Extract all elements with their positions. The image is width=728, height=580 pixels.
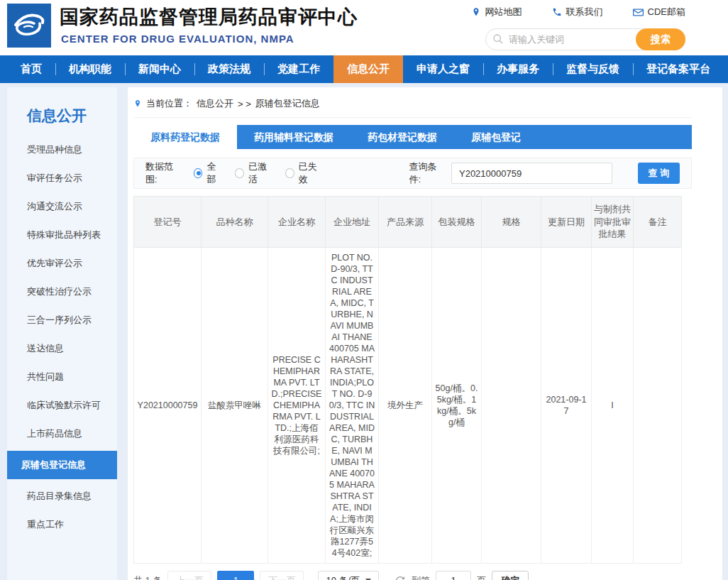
main-nav: 首页 机构职能 新闻中心 政策法规 党建工作 信息公开 申请人之窗 办事服务 监… [0,55,728,83]
radio-activated-dot [235,168,244,178]
confirm-button[interactable]: 确定 [492,571,529,580]
results-table: 登记号 品种名称 企业名称 企业地址 产品来源 包装规格 规格 更新日期 与制剂… [133,196,682,564]
col-company-address: 企业地址 [326,197,379,248]
mailbox-label: CDE邮箱 [648,6,685,18]
sidebar-item-clinical-trial-license[interactable]: 临床试验默示许可 [7,391,117,420]
site-title: 国家药品监督管理局药品审评中心 [60,4,358,30]
query-input[interactable] [451,163,612,184]
nav-item-functions[interactable]: 机构职能 [55,55,125,83]
nav-item-supervision[interactable]: 监督与反馈 [553,55,633,83]
tab-packaging-registration[interactable]: 药包材登记数据 [351,125,454,149]
cell-product-source: 境外生产 [379,247,432,563]
breadcrumb-separator: > > [238,99,251,109]
main-content: 当前位置：信息公开 > > 原辅包登记信息 原料药登记数据 药用辅料登记数据 药… [128,87,722,580]
tab-excipient-registration[interactable]: 药用辅料登记数据 [237,125,351,149]
site-header: 国家药品监督管理局药品审评中心 CENTER FOR DRUG EVALUATI… [0,0,728,55]
sidebar-item-raw-material-registration[interactable]: 原辅包登记信息 [7,451,117,479]
cell-company-name: PRECISE CHEMIPHARMA PVT. LTD.;PRECISE CH… [268,247,326,563]
tab-api-registration[interactable]: 原料药登记数据 [133,125,237,149]
jump-prefix-label: 到第 [412,574,430,580]
sidebar-item-key-work[interactable]: 重点工作 [7,510,117,539]
cde-logo-icon [7,4,51,48]
sidebar-item-special-approval[interactable]: 特殊审批品种列表 [7,221,117,249]
nav-item-home[interactable]: 首页 [7,55,55,83]
nav-item-services[interactable]: 办事服务 [483,55,553,83]
col-registration-no: 登记号 [134,197,202,248]
prev-page-button[interactable]: 上一页 [167,571,211,580]
mailbox-link[interactable]: CDE邮箱 [633,6,685,18]
filter-bar: 数据范围: 全部 已激活 已失效 查询条件: 查 询 [133,158,692,189]
col-packaging-spec: 包装规格 [432,197,482,248]
sidebar-item-marketed-drugs[interactable]: 上市药品信息 [7,420,117,448]
location-pin-icon [471,7,481,17]
page-size-value: 10 条/页 [326,574,360,580]
sidebar-item-delivery-info[interactable]: 送达信息 [7,334,117,363]
jump-page-input[interactable] [436,571,471,580]
tab-raw-material-registration[interactable]: 原辅包登记 [454,125,538,149]
nav-item-registration-platform[interactable]: 登记备案平台 [633,55,724,83]
radio-all-label: 全部 [206,160,224,186]
nav-item-info-disclosure[interactable]: 信息公开 [333,55,403,83]
cell-variety-name: 盐酸萘甲唑啉 [202,247,268,563]
radio-activated[interactable]: 已激活 [235,160,274,186]
header-search-button[interactable]: 搜索 [636,28,685,50]
cell-joint-review-result: I [592,247,634,563]
pagination: 共 1 条 上一页 1 下一页 10 条/页 到第 页 确定 [133,571,692,580]
refresh-button[interactable] [395,575,406,580]
sidebar: 信息公开 受理品种信息 审评任务公示 沟通交流公示 特殊审批品种列表 优先审评公… [7,87,117,580]
page-1-button[interactable]: 1 [217,571,254,580]
nav-item-policy[interactable]: 政策法规 [194,55,264,83]
radio-all[interactable]: 全部 [194,160,224,186]
mail-icon [633,8,644,17]
cell-update-date: 2021-09-17 [541,247,592,563]
table-header-row: 登记号 品种名称 企业名称 企业地址 产品来源 包装规格 规格 更新日期 与制剂… [134,197,682,248]
scope-label: 数据范围: [145,160,182,186]
sitemap-link[interactable]: 网站地图 [471,6,522,18]
refresh-icon [395,575,406,580]
nav-item-applicant[interactable]: 申请人之窗 [403,55,483,83]
table-row: Y20210000759 盐酸萘甲唑啉 PRECISE CHEMIPHARMA … [134,247,682,563]
breadcrumb-section-link[interactable]: 信息公开 [197,97,233,110]
sidebar-item-three-in-one[interactable]: 三合一序列公示 [7,306,117,334]
cell-company-address: PLOT NO. D-90/3, TTC INDUSTRIAL AREA, MI… [326,247,379,563]
sitemap-label: 网站地图 [485,6,522,18]
radio-expired[interactable]: 已失效 [285,160,324,186]
col-joint-review-result: 与制剂共同审批审批结果 [592,197,634,248]
page-size-select[interactable]: 10 条/页 [318,571,379,580]
radio-expired-label: 已失效 [299,160,324,186]
sidebar-item-communication[interactable]: 沟通交流公示 [7,192,117,221]
radio-expired-dot [285,168,294,178]
nav-item-news[interactable]: 新闻中心 [125,55,194,83]
phone-icon [552,7,562,17]
col-update-date: 更新日期 [541,197,592,248]
next-page-button[interactable]: 下一页 [260,571,304,580]
contact-link[interactable]: 联系我们 [552,6,603,18]
breadcrumb-page-link[interactable]: 原辅包登记信息 [255,97,320,110]
cell-spec [482,247,541,563]
radio-all-dot [194,168,203,178]
sidebar-item-priority-review[interactable]: 优先审评公示 [7,249,117,278]
col-company-name: 企业名称 [268,197,326,248]
nav-item-party[interactable]: 党建工作 [264,55,333,83]
col-remarks: 备注 [634,197,682,248]
col-variety-name: 品种名称 [202,197,268,248]
cell-registration-no: Y20210000759 [134,247,202,563]
radio-activated-label: 已激活 [248,160,274,186]
sidebar-item-common-issues[interactable]: 共性问题 [7,363,117,391]
search-icon [492,33,504,45]
sidebar-item-accepted-varieties[interactable]: 受理品种信息 [7,136,117,164]
sidebar-item-breakthrough-therapy[interactable]: 突破性治疗公示 [7,278,117,306]
col-product-source: 产品来源 [379,197,432,248]
header-quick-links: 网站地图 联系我们 CDE邮箱 [471,6,685,18]
site-subtitle: CENTER FOR DRUG EVALUATION, NMPA [61,33,294,45]
pagination-total: 共 1 条 [133,574,162,580]
cde-logo[interactable] [7,4,51,48]
query-label: 查询条件: [409,160,446,186]
header-search: 搜索 [485,28,685,50]
sidebar-item-review-tasks[interactable]: 审评任务公示 [7,164,117,192]
sidebar-item-drug-catalog[interactable]: 药品目录集信息 [7,482,117,510]
col-spec: 规格 [482,197,541,248]
query-button[interactable]: 查 询 [638,163,680,184]
breadcrumb: 当前位置：信息公开 > > 原辅包登记信息 [133,97,692,118]
data-tabs: 原料药登记数据 药用辅料登记数据 药包材登记数据 原辅包登记 [133,125,692,149]
